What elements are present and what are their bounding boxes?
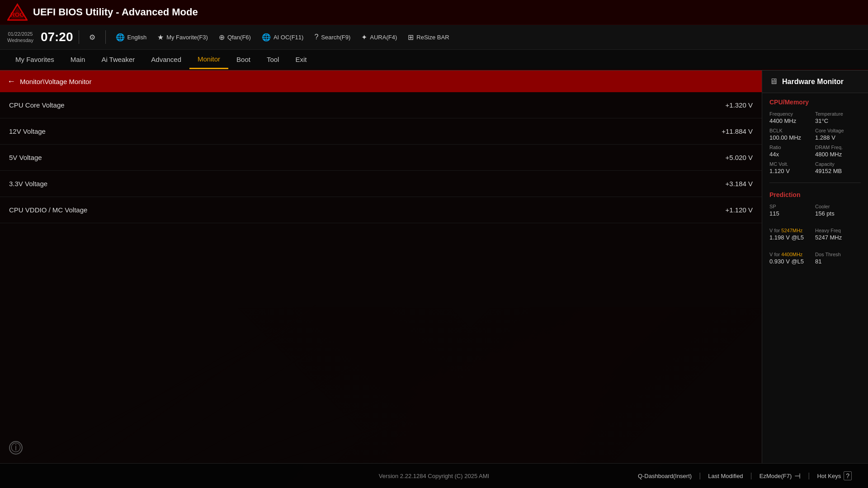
dram-freq-value: 4800 MHz: [815, 151, 861, 158]
aioc-label: AI OC(F11): [274, 34, 303, 41]
qfan-icon: ⊕: [219, 33, 225, 42]
frequency-label: Frequency: [769, 111, 815, 117]
mc-volt-value: 1.120 V: [769, 168, 815, 174]
search-button[interactable]: ? Search(F9): [310, 31, 355, 43]
day-display: Wednesday: [7, 37, 33, 43]
bclk-label: BCLK: [769, 128, 815, 133]
language-label: English: [127, 34, 147, 41]
resize-icon: ⊞: [408, 33, 414, 42]
aura-button[interactable]: ✦ AURA(F4): [357, 31, 401, 43]
settings-icon: ⚙: [89, 33, 95, 42]
last-modified-label: Last Modified: [708, 473, 743, 479]
prediction-5247-grid: V for 5247MHz 1.198 V @L5 Heavy Freq 524…: [762, 222, 868, 246]
resize-label: ReSize BAR: [416, 34, 449, 41]
nav-item-tool[interactable]: Tool: [259, 50, 288, 69]
cooler-item: Cooler 156 pts: [815, 202, 861, 219]
nav-item-exit[interactable]: Exit: [287, 50, 315, 69]
voltage-item-3v3[interactable]: 3.3V Voltage +3.184 V: [0, 171, 762, 197]
sp-item: SP 115: [769, 202, 815, 219]
voltage-item-5v[interactable]: 5V Voltage +5.020 V: [0, 145, 762, 171]
ez-mode-icon: ⊣: [794, 472, 801, 480]
back-button[interactable]: ←: [7, 77, 15, 86]
voltage-value-3v3: +3.184 V: [698, 180, 753, 188]
cpu-memory-grid: Frequency 4400 MHz Temperature 31°C BCLK…: [762, 109, 868, 180]
dram-freq-label: DRAM Freq.: [815, 145, 861, 150]
nav-item-ai-tweaker[interactable]: Ai Tweaker: [93, 50, 143, 69]
rog-logo: ROG: [7, 3, 28, 21]
sp-label: SP: [769, 204, 815, 209]
favorites-button[interactable]: ★ My Favorite(F3): [153, 31, 212, 43]
nav-item-my-favorites[interactable]: My Favorites: [7, 50, 62, 69]
breadcrumb: Monitor\Voltage Monitor: [20, 78, 91, 85]
mc-volt-label: MC Volt.: [769, 161, 815, 167]
core-voltage-label: Core Voltage: [815, 128, 861, 133]
aioc-button[interactable]: 🌐 AI OC(F11): [257, 31, 308, 43]
dram-freq-item: DRAM Freq. 4800 MHz: [815, 143, 861, 160]
prediction-section-title: Prediction: [762, 186, 868, 202]
hw-divider-1: [769, 183, 861, 183]
ratio-item: Ratio 44x: [769, 143, 815, 160]
nav-item-boot[interactable]: Boot: [228, 50, 259, 69]
nav-menu: My Favorites Main Ai Tweaker Advanced Mo…: [0, 50, 868, 70]
language-button[interactable]: 🌐 English: [111, 31, 151, 43]
capacity-value: 49152 MB: [815, 168, 861, 174]
title-bar: ROG UEFI BIOS Utility - Advanced Mode: [0, 0, 868, 25]
temperature-label: Temperature: [815, 111, 861, 117]
dos-thresh-value: 81: [815, 258, 861, 265]
nav-item-monitor[interactable]: Monitor: [189, 50, 228, 69]
mc-volt-item: MC Volt. 1.120 V: [769, 160, 815, 176]
voltage-item-cpu-core[interactable]: CPU Core Voltage +1.320 V: [0, 92, 762, 118]
monitor-icon: 🖥: [769, 77, 778, 86]
header: ROG UEFI BIOS Utility - Advanced Mode 01…: [0, 0, 868, 70]
voltage-item-cpu-vddio[interactable]: CPU VDDIO / MC Voltage +1.120 V: [0, 197, 762, 223]
resize-bar-button[interactable]: ⊞ ReSize BAR: [403, 31, 453, 43]
v-for-4400-item: V for 4400MHz 0.930 V @L5: [769, 250, 815, 267]
voltage-name-cpu-core: CPU Core Voltage: [9, 101, 698, 109]
hardware-monitor-title: Hardware Monitor: [782, 78, 844, 86]
ratio-value: 44x: [769, 151, 815, 158]
cooler-label: Cooler: [815, 204, 861, 209]
favorites-label: My Favorite(F3): [166, 34, 208, 41]
ez-mode-button[interactable]: EzMode(F7) ⊣: [752, 472, 808, 480]
settings-button[interactable]: ⚙: [85, 31, 100, 43]
toolbar-separator-1: [79, 30, 79, 44]
svg-text:ROG: ROG: [10, 11, 24, 18]
last-modified-button[interactable]: Last Modified: [701, 473, 750, 479]
heavy-freq-value: 5247 MHz: [815, 234, 861, 241]
globe-icon: 🌐: [116, 33, 125, 42]
heavy-freq-item: Heavy Freq 5247 MHz: [815, 226, 861, 243]
v-for-5247-item: V for 5247MHz 1.198 V @L5: [769, 226, 815, 243]
hot-keys-button[interactable]: Hot Keys ?: [810, 471, 859, 480]
voltage-list: CPU Core Voltage +1.320 V 12V Voltage +1…: [0, 92, 762, 432]
breadcrumb-bar: ← Monitor\Voltage Monitor: [0, 70, 762, 92]
frequency-item: Frequency 4400 MHz: [769, 109, 815, 126]
q-dashboard-button[interactable]: Q-Dashboard(Insert): [631, 473, 699, 479]
cooler-value: 156 pts: [815, 210, 861, 217]
nav-item-main[interactable]: Main: [62, 50, 94, 69]
core-voltage-item: Core Voltage 1.288 V: [815, 126, 861, 143]
time-display: 07:20: [41, 31, 73, 43]
voltage-value-cpu-vddio: +1.120 V: [698, 206, 753, 214]
footer-version: Version 2.22.1284 Copyright (C) 2025 AMI: [379, 473, 489, 479]
footer: Version 2.22.1284 Copyright (C) 2025 AMI…: [0, 463, 868, 488]
datetime: 01/22/2025 Wednesday: [7, 31, 33, 44]
voltage-item-12v[interactable]: 12V Voltage +11.884 V: [0, 118, 762, 145]
right-panel: 🖥 Hardware Monitor CPU/Memory Frequency …: [762, 70, 868, 464]
dos-thresh-label: Dos Thresh: [815, 252, 861, 257]
ez-mode-label: EzMode(F7): [760, 473, 792, 479]
footer-actions: Q-Dashboard(Insert) | Last Modified | Ez…: [631, 471, 859, 480]
prediction-grid: SP 115 Cooler 156 pts: [762, 202, 868, 222]
bclk-item: BCLK 100.00 MHz: [769, 126, 815, 143]
main-content: ← Monitor\Voltage Monitor CPU Core Volta…: [0, 70, 868, 464]
qfan-button[interactable]: ⊕ Qfan(F6): [214, 31, 255, 43]
info-icon-area: ⓘ: [0, 432, 762, 464]
info-icon[interactable]: ⓘ: [9, 441, 23, 455]
heavy-freq-label: Heavy Freq: [815, 228, 861, 233]
nav-item-advanced[interactable]: Advanced: [143, 50, 189, 69]
freq-4400-highlight: 4400MHz: [781, 252, 802, 257]
hot-keys-icon: ?: [844, 471, 852, 480]
freq-5247-highlight: 5247MHz: [781, 228, 802, 233]
ratio-label: Ratio: [769, 145, 815, 150]
cpu-memory-section-title: CPU/Memory: [762, 93, 868, 109]
v-for-5247-value: 1.198 V @L5: [769, 234, 815, 241]
